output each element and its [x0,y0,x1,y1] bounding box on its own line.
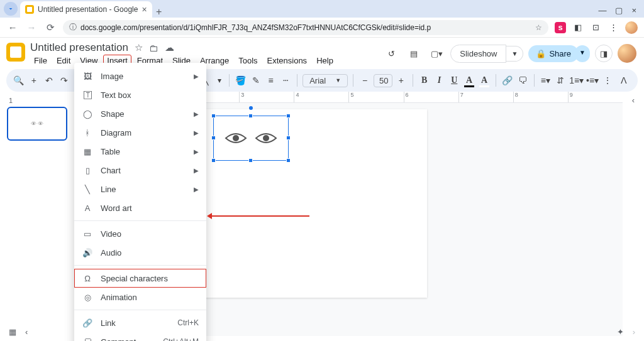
fill-color-icon[interactable]: 🪣 [235,73,247,88]
side-panel-toggle-icon[interactable]: ‹ [632,95,635,105]
close-tab-button[interactable]: × [142,5,147,14]
menu-help[interactable]: Help [313,55,337,67]
new-slide-button[interactable]: + [28,73,40,88]
insert-video-item[interactable]: ▭ Video [74,224,206,243]
link-icon: 🔗 [82,317,93,328]
history-icon[interactable]: ↺ [382,45,400,62]
scroll-hint-icon[interactable]: › [633,327,635,337]
account-avatar[interactable] [618,44,636,63]
menu-edit[interactable]: Edit [53,55,74,67]
highlight-color-button[interactable]: A [478,73,491,88]
grid-view-icon[interactable]: ▦ [9,327,16,337]
insert-line-item[interactable]: ╲ Line ▶ [74,180,206,198]
tab-search-button[interactable] [4,2,18,16]
numbered-list-button[interactable]: 1≡▾ [569,73,584,88]
star-document-icon[interactable]: ☆ [135,42,143,53]
share-button[interactable]: 🔒 Share [528,45,579,62]
resize-handle[interactable] [211,158,216,163]
resize-handle[interactable] [286,136,291,140]
explore-icon[interactable]: ✦ [617,327,624,337]
extensions-menu-icon[interactable]: ⋮ [608,22,619,33]
maximize-button[interactable]: ▢ [615,6,623,15]
document-title[interactable]: Untitled presentation [30,41,128,54]
extension-icon-3[interactable]: ⊡ [590,22,601,33]
back-button[interactable]: ← [6,22,19,33]
comment-icon: 🗨 [82,336,93,341]
search-menus-icon[interactable]: 🔍 [13,73,25,88]
move-document-icon[interactable]: 🗀 [149,43,158,53]
extension-icon[interactable]: s [555,22,566,33]
decrease-font-button[interactable]: − [358,73,371,88]
resize-handle[interactable] [211,114,216,118]
align-button[interactable]: ≡▾ [539,73,552,88]
bold-button[interactable]: B [418,73,431,88]
redo-button[interactable]: ↷ [58,73,70,88]
star-bookmark-icon[interactable]: ☆ [535,23,542,32]
new-tab-button[interactable]: + [152,6,166,18]
forward-button[interactable]: → [25,22,38,33]
menu-file[interactable]: File [30,55,51,67]
close-window-button[interactable]: × [631,6,636,15]
insert-special-characters-item[interactable]: Ω Special characters [74,269,206,288]
insert-diagram-item[interactable]: ᚼ Diagram ▶ [74,123,206,142]
resize-handle[interactable] [286,158,291,163]
slides-logo-icon[interactable] [6,43,25,62]
resize-handle[interactable] [286,114,291,118]
lock-icon: 🔒 [536,49,546,58]
border-weight-icon[interactable]: ≡ [265,73,277,88]
undo-button[interactable]: ↶ [43,73,55,88]
share-dropdown[interactable]: ▼ [575,45,590,62]
font-family-select[interactable]: Arial ▼ [303,74,348,87]
selected-text-box[interactable] [213,116,289,161]
insert-wordart-item[interactable]: A Word art [74,198,206,217]
sidepanel-toggle-icon[interactable]: ◨ [595,45,613,62]
browser-tab[interactable]: Untitled presentation - Google × [20,1,152,18]
border-color-icon[interactable]: ✎ [250,73,262,88]
underline-button[interactable]: U [448,73,460,88]
font-size-input[interactable]: 50 [374,74,392,87]
menu-extensions[interactable]: Extensions [264,55,311,67]
resize-handle[interactable] [248,158,253,163]
insert-chart-item[interactable]: ▯ Chart ▶ [74,161,206,180]
bulleted-list-button[interactable]: •≡▾ [586,73,599,88]
menu-tools[interactable]: Tools [235,55,261,67]
eye-glyph [225,132,247,144]
insert-audio-item[interactable]: 🔊 Audio [74,243,206,262]
border-dash-icon[interactable]: ┄ [280,73,292,88]
insert-shape-item[interactable]: ◯ Shape ▶ [74,104,206,123]
insert-link-item[interactable]: 🔗 Link Ctrl+K [74,313,206,332]
increase-font-button[interactable]: + [395,73,408,88]
address-bar[interactable]: ⓘ docs.google.com/presentation/d/1iQmhlF… [63,20,548,35]
chevron-down-icon: ▼ [335,77,341,84]
rotation-handle[interactable] [249,106,253,110]
slideshow-dropdown[interactable]: ▼ [506,46,523,62]
resize-handle[interactable] [211,136,216,140]
site-info-icon[interactable]: ⓘ [69,22,77,33]
menu-item-label: Table [101,147,120,156]
comments-icon[interactable]: ▤ [405,45,423,62]
resize-handle[interactable] [248,114,253,118]
more-toolbar-icon[interactable]: ⋮ [601,73,614,88]
insert-comment-item[interactable]: 🗨 Comment Ctrl+Alt+M [74,332,206,341]
insert-textbox-item[interactable]: 🅃 Text box [74,85,206,104]
collapse-filmstrip-icon[interactable]: ‹ [25,327,28,337]
reload-button[interactable]: ⟳ [44,22,57,33]
insert-image-item[interactable]: 🖼 Image ▶ [74,67,206,85]
minimize-button[interactable]: — [598,6,606,15]
insert-link-icon[interactable]: 🔗 [501,73,514,88]
insert-animation-item[interactable]: ◎ Animation [74,288,206,306]
hide-menus-icon[interactable]: ꓥ [616,73,631,88]
chrome-profile-avatar[interactable] [625,21,638,34]
line-spacing-button[interactable]: ⇵ [554,73,567,88]
italic-button[interactable]: I [433,73,445,88]
meet-icon[interactable]: ▢▾ [428,45,445,62]
add-comment-icon[interactable]: 🗨 [516,73,529,88]
text-color-button[interactable]: A [463,73,475,88]
slideshow-button[interactable]: Slideshow [450,45,506,63]
extension-icon-2[interactable]: ◧ [572,22,584,33]
slide-thumbnail-1[interactable]: 👁 👁 [7,107,67,141]
insert-table-item[interactable]: ▦ Table ▶ [74,142,206,161]
line-dropdown[interactable]: ▾ [214,73,224,88]
cloud-status-icon[interactable]: ☁ [165,42,174,53]
thumbnail-content: 👁 👁 [31,121,44,127]
